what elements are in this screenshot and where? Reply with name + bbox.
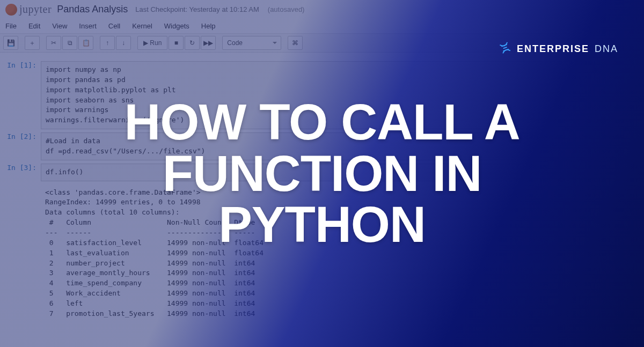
brand-thin: DNA bbox=[595, 43, 618, 55]
headline-text: HOW TO CALL A FUNCTION IN PYTHON bbox=[124, 97, 519, 251]
title-overlay: ENTERPRISE DNA HOW TO CALL A FUNCTION IN… bbox=[0, 0, 644, 347]
brand-strong: ENTERPRISE bbox=[517, 43, 589, 55]
brand-logo: ENTERPRISE DNA bbox=[500, 42, 618, 56]
dna-icon bbox=[497, 40, 514, 58]
